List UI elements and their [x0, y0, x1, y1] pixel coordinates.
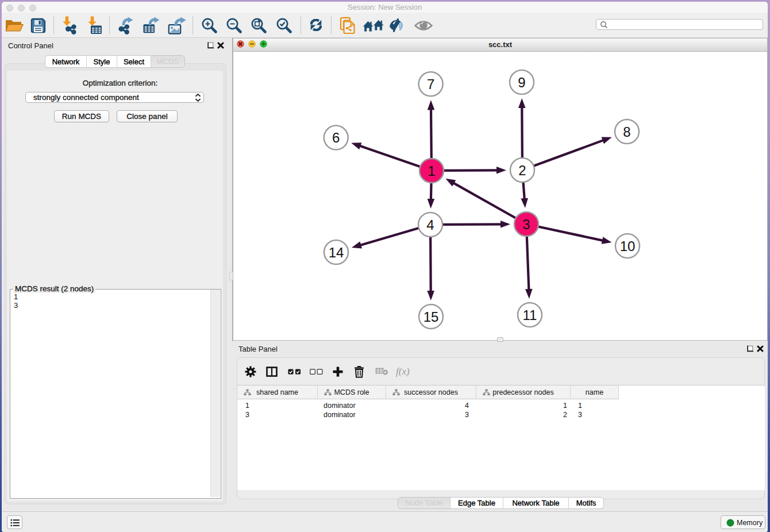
svg-text:8: 8 [623, 124, 630, 140]
svg-text:4: 4 [426, 217, 434, 233]
svg-text:2: 2 [518, 163, 526, 178]
svg-text:9: 9 [518, 75, 525, 90]
svg-text:11: 11 [523, 307, 537, 323]
svg-text:10: 10 [620, 238, 636, 254]
svg-text:14: 14 [329, 245, 344, 260]
svg-text:3: 3 [522, 217, 530, 232]
svg-text:6: 6 [332, 130, 340, 145]
svg-text:1: 1 [428, 163, 435, 179]
svg-text:15: 15 [424, 309, 439, 325]
svg-text:7: 7 [427, 76, 434, 92]
